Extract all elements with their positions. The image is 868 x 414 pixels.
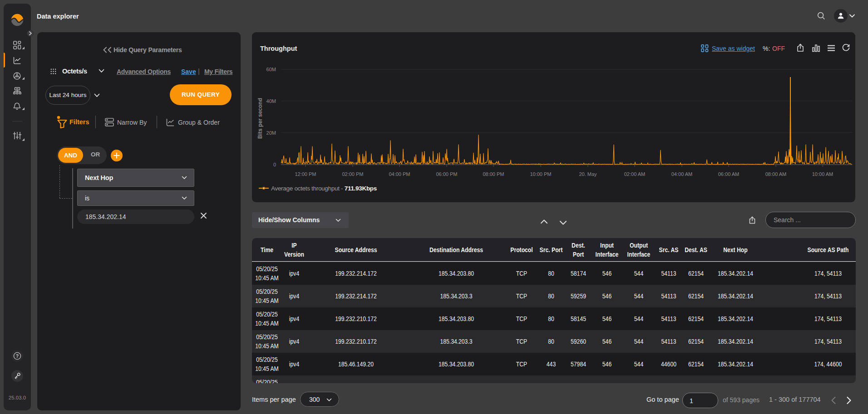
svg-text:06:00 AM: 06:00 AM [718, 171, 739, 177]
svg-text:40M: 40M [266, 98, 276, 104]
svg-text:Bits per second: Bits per second [257, 98, 263, 139]
svg-text:60M: 60M [266, 67, 276, 72]
svg-text:12:00 PM: 12:00 PM [295, 171, 316, 177]
svg-text:?: ? [16, 353, 19, 359]
svg-text:20M: 20M [266, 130, 276, 136]
svg-text:08:00 PM: 08:00 PM [483, 171, 504, 177]
svg-text:10:00 AM: 10:00 AM [812, 171, 833, 177]
svg-text:02:00 AM: 02:00 AM [624, 171, 645, 177]
svg-text:0: 0 [273, 162, 276, 167]
svg-text:20. May: 20. May [579, 171, 597, 177]
svg-text:04:00 PM: 04:00 PM [389, 171, 410, 177]
svg-text:02:00 PM: 02:00 PM [342, 171, 363, 177]
svg-text:06:00 PM: 06:00 PM [436, 171, 457, 177]
svg-text:04:00 AM: 04:00 AM [671, 171, 692, 177]
svg-text:08:00 AM: 08:00 AM [765, 171, 786, 177]
svg-text:10:00 PM: 10:00 PM [530, 171, 551, 177]
